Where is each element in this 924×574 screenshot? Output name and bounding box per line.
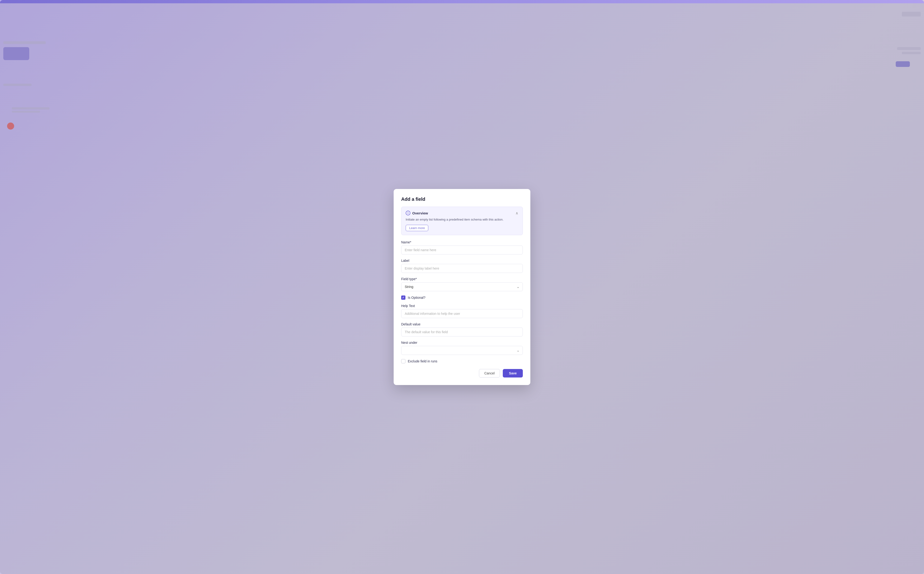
overview-collapse-icon[interactable]: ∧	[515, 211, 518, 215]
overview-description: Initiate an empty list following a prede…	[406, 217, 518, 222]
top-bar	[0, 0, 924, 3]
modal-title: Add a field	[401, 197, 523, 202]
learn-more-button[interactable]: Learn more	[406, 225, 428, 231]
field-type-select[interactable]: String Number Boolean Date Array Object	[401, 282, 523, 291]
label-field-group: Label	[401, 259, 523, 273]
is-optional-row[interactable]: ✓ Is Optional?	[401, 295, 523, 300]
name-label: Name*	[401, 240, 523, 244]
cancel-button[interactable]: Cancel	[479, 369, 500, 377]
default-value-input[interactable]	[401, 328, 523, 336]
info-icon: i	[406, 211, 411, 215]
is-optional-checkbox[interactable]: ✓	[401, 295, 406, 300]
help-text-input[interactable]	[401, 309, 523, 318]
field-type-label: Field type*	[401, 277, 523, 281]
nest-under-select-wrapper: ⌄	[401, 346, 523, 355]
default-value-label: Default value	[401, 322, 523, 326]
name-input[interactable]	[401, 246, 523, 254]
save-button[interactable]: Save	[503, 369, 523, 377]
overview-header-left: i Overview	[406, 211, 428, 215]
overview-section: i Overview ∧ Initiate an empty list foll…	[401, 207, 523, 235]
label-input[interactable]	[401, 264, 523, 273]
add-field-modal: Add a field i Overview ∧ Initiate an emp…	[394, 189, 530, 385]
field-type-select-wrapper: String Number Boolean Date Array Object …	[401, 282, 523, 291]
nest-under-field-group: Nest under ⌄	[401, 341, 523, 355]
is-optional-label: Is Optional?	[408, 296, 425, 300]
modal-footer: Cancel Save	[401, 369, 523, 377]
overview-header: i Overview ∧	[406, 211, 518, 215]
help-text-field-group: Help Text	[401, 304, 523, 318]
help-text-label: Help Text	[401, 304, 523, 308]
exclude-field-checkbox[interactable]	[401, 359, 406, 363]
label-label: Label	[401, 259, 523, 262]
modal-overlay: Add a field i Overview ∧ Initiate an emp…	[0, 0, 924, 574]
nest-under-label: Nest under	[401, 341, 523, 344]
checkmark-icon: ✓	[402, 296, 404, 299]
nest-under-select[interactable]	[401, 346, 523, 355]
default-value-field-group: Default value	[401, 322, 523, 336]
exclude-field-row[interactable]: Exclude field in runs	[401, 359, 523, 363]
field-type-group: Field type* String Number Boolean Date A…	[401, 277, 523, 291]
overview-title: Overview	[412, 211, 428, 215]
name-field-group: Name*	[401, 240, 523, 254]
exclude-field-label: Exclude field in runs	[408, 360, 437, 363]
